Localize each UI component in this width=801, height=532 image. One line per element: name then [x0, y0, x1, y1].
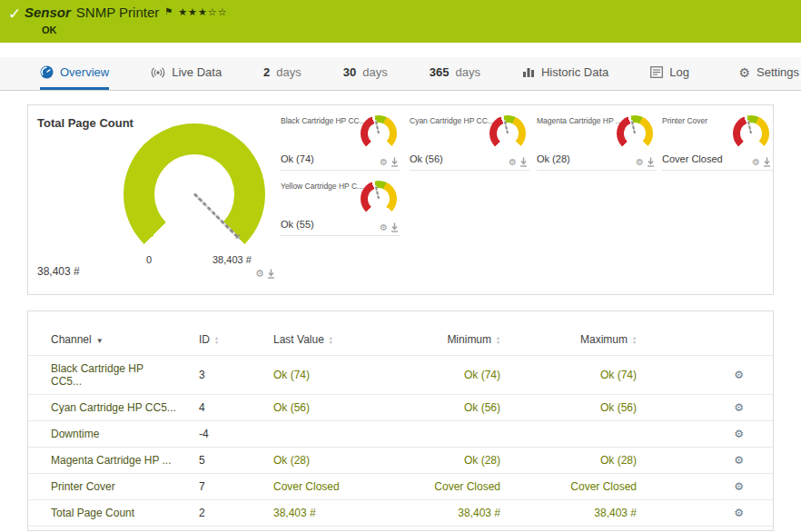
sensor-status-header: ✓ Sensor SNMP Printer ⚑ ★★★☆☆ OK [0, 0, 801, 43]
channel-last-value: 38,403 # [232, 500, 405, 527]
channels-panel: Channel▼ ID▲▼ Last Value▲▼ Minimum▲▼ Max… [27, 310, 774, 531]
pin-chart-icon[interactable] [647, 157, 655, 167]
small-gauge-dial [361, 115, 397, 152]
gauge-settings-icon[interactable]: ⚙ [636, 158, 644, 167]
column-header-minimum[interactable]: Minimum▲▼ [405, 326, 500, 356]
gauge-settings-icon[interactable]: ⚙ [255, 269, 264, 279]
settings-gear-icon: ⚙ [738, 66, 750, 79]
tab-label: Settings [756, 65, 799, 79]
table-row: Black Cartridge HP CC5... 3 Ok (74) Ok (… [28, 356, 773, 395]
tab-settings[interactable]: ⚙ Settings [738, 57, 799, 90]
channel-settings-icon[interactable]: ⚙ [734, 507, 744, 519]
column-header-id[interactable]: ID▲▼ [176, 326, 232, 356]
channel-maximum: Ok (56) [500, 395, 637, 421]
table-row: Printer Cover 7 Cover Closed Cover Close… [28, 474, 773, 500]
channel-name[interactable]: Magenta Cartridge HP ... [28, 448, 176, 474]
column-header-last-value[interactable]: Last Value▲▼ [232, 326, 405, 356]
channel-id: 2 [176, 500, 232, 527]
sensor-title-line: Sensor SNMP Printer ⚑ ★★★☆☆ [25, 5, 228, 20]
historic-data-icon [522, 66, 535, 78]
tab-unit: days [362, 65, 387, 79]
main-gauge-title: Total Page Count [37, 116, 134, 130]
channel-id: 3 [176, 356, 232, 395]
small-gauge-dial [490, 115, 526, 152]
channel-last-value: Cover Closed [232, 474, 405, 500]
small-gauge-printer-cover: Printer Cover Cover Closed ⚙ [662, 114, 773, 171]
table-row: Cyan Cartridge HP CC5... 4 Ok (56) Ok (5… [28, 395, 773, 421]
gauge-settings-icon[interactable]: ⚙ [752, 158, 760, 167]
sort-icon: ▲▼ [496, 336, 500, 344]
small-gauge-cyan-cartridge: Cyan Cartridge HP CC... Ok (56) ⚙ [410, 114, 529, 171]
channel-id: 7 [176, 474, 232, 500]
gauge-settings-icon[interactable]: ⚙ [380, 158, 388, 167]
channel-name[interactable]: Downtime [28, 421, 176, 448]
channel-name[interactable]: Total Page Count [28, 500, 176, 527]
table-row: Total Page Count 2 38,403 # 38,403 # 38,… [28, 500, 773, 527]
channel-maximum: Cover Closed [500, 474, 637, 500]
tab-overview[interactable]: Overview [40, 57, 109, 90]
channels-table: Channel▼ ID▲▼ Last Value▲▼ Minimum▲▼ Max… [28, 326, 773, 531]
tab-2-days[interactable]: 2 days [263, 57, 302, 90]
gauges-panel: Total Page Count ✕ 38,403 # 0 38,403 # ⚙… [27, 104, 774, 295]
small-gauge-value: Ok (74) [281, 153, 314, 164]
channel-maximum: 38,403 # [500, 500, 637, 527]
column-header-actions [637, 326, 773, 356]
gauge-needle-tick: ✕ [234, 232, 242, 241]
sort-icon: ▲▼ [329, 336, 333, 344]
channel-maximum: Ok (55) [500, 527, 637, 532]
tab-log[interactable]: Log [650, 57, 689, 90]
pin-chart-icon[interactable] [519, 157, 528, 167]
small-gauge-value: Ok (55) [281, 219, 314, 230]
sort-icon: ▲▼ [214, 336, 219, 344]
channel-minimum: Ok (74) [405, 356, 500, 395]
channel-last-value: Ok (56) [232, 395, 405, 421]
prtg-sensor-page: ✓ Sensor SNMP Printer ⚑ ★★★☆☆ OK Overvie… [0, 0, 801, 532]
channel-last-value [232, 421, 405, 448]
table-row: Magenta Cartridge HP ... 5 Ok (28) Ok (2… [28, 448, 773, 474]
flag-icon[interactable]: ⚑ [164, 6, 173, 16]
channel-minimum: Ok (28) [405, 448, 500, 474]
tab-live-data[interactable]: Live Data [151, 57, 222, 90]
column-header-channel[interactable]: Channel▼ [28, 326, 176, 356]
channel-name[interactable]: Printer Cover [28, 474, 176, 500]
sort-desc-icon: ▼ [96, 337, 104, 345]
tab-number: 30 [343, 65, 356, 79]
sensor-title: SNMP Printer [76, 5, 159, 20]
channel-minimum: Ok (55) [405, 527, 500, 532]
channel-settings-icon[interactable]: ⚙ [734, 369, 744, 381]
channel-name[interactable]: Cyan Cartridge HP CC5... [28, 395, 176, 421]
tab-30-days[interactable]: 30 days [343, 57, 388, 90]
column-header-maximum[interactable]: Maximum▲▼ [500, 326, 637, 356]
main-gauge-value: 38,403 # [37, 265, 80, 278]
overview-icon [40, 65, 54, 79]
tab-number: 2 [263, 65, 270, 79]
main-gauge-min-label: 0 [146, 254, 152, 265]
pin-chart-icon[interactable] [763, 157, 771, 167]
channel-settings-icon[interactable]: ⚙ [734, 480, 744, 493]
table-row: Yellow Cartridge HP CC... 6 Ok (55) Ok (… [28, 527, 773, 532]
tab-unit: days [455, 65, 480, 79]
channel-settings-icon[interactable]: ⚙ [734, 401, 744, 414]
channel-id: 6 [176, 527, 232, 532]
tab-label: Historic Data [541, 65, 608, 79]
channel-name[interactable]: Yellow Cartridge HP CC... [28, 527, 176, 532]
tab-number: 365 [430, 65, 450, 79]
channel-last-value: Ok (74) [232, 356, 405, 395]
channel-id: -4 [176, 421, 232, 448]
channel-minimum: Ok (56) [405, 395, 500, 421]
channel-settings-icon[interactable]: ⚙ [734, 454, 744, 467]
gauge-settings-icon[interactable]: ⚙ [509, 158, 517, 167]
pin-chart-icon[interactable] [267, 269, 275, 279]
tab-365-days[interactable]: 365 days [430, 57, 480, 90]
gauge-settings-icon[interactable]: ⚙ [380, 223, 388, 232]
channel-settings-icon[interactable]: ⚙ [734, 428, 744, 440]
tab-label: Live Data [172, 65, 222, 79]
pin-chart-icon[interactable] [391, 157, 399, 167]
priority-stars[interactable]: ★★★☆☆ [178, 6, 227, 18]
pin-chart-icon[interactable] [391, 222, 399, 232]
table-header-row: Channel▼ ID▲▼ Last Value▲▼ Minimum▲▼ Max… [28, 326, 773, 356]
small-gauge-black-cartridge: Black Cartridge HP CC... Ok (74) ⚙ [281, 114, 400, 171]
main-gauge-actions: ⚙ [255, 269, 275, 279]
channel-name[interactable]: Black Cartridge HP CC5... [28, 356, 176, 395]
tab-historic-data[interactable]: Historic Data [522, 57, 608, 90]
